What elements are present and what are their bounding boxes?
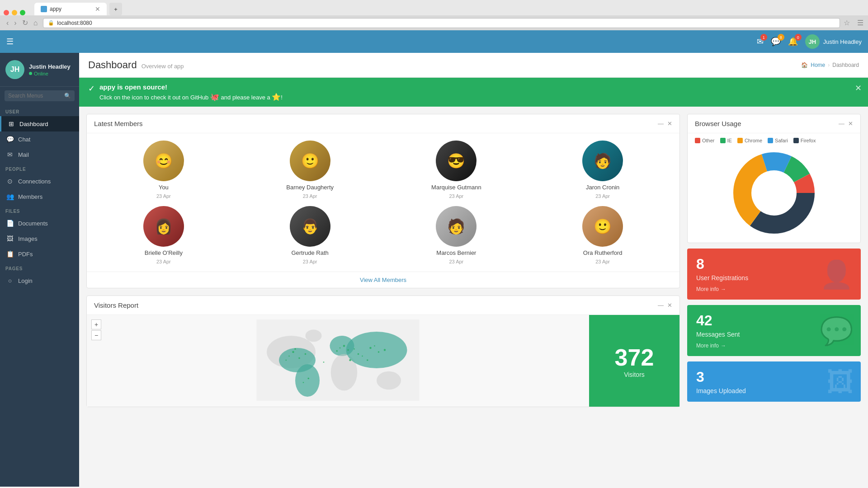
traffic-light-red[interactable] <box>4 10 9 15</box>
member-name: Ora Rutherford <box>583 249 623 256</box>
sidebar-item-dashboard[interactable]: ⊞ Dashboard <box>0 116 79 131</box>
svg-point-8 <box>377 371 401 390</box>
svg-point-30 <box>285 360 287 361</box>
svg-point-17 <box>378 351 380 353</box>
browser-tab[interactable]: appy ✕ <box>34 3 107 15</box>
zoom-in-button[interactable]: + <box>91 319 101 329</box>
search-input[interactable] <box>8 93 64 99</box>
hamburger-button[interactable]: ☰ <box>6 37 14 47</box>
mail-button[interactable]: ✉ 1 <box>757 37 764 47</box>
legend-dot-chrome <box>737 138 743 143</box>
page-title: Dashboard <box>88 59 137 71</box>
minimize-icon[interactable]: — <box>658 120 664 127</box>
legend-item-ie: IE <box>720 138 732 143</box>
member-avatar: 🙂 <box>290 141 330 181</box>
close-icon[interactable]: ✕ <box>848 120 853 127</box>
sidebar-item-pdfs[interactable]: 📋 PDFs <box>0 246 79 262</box>
legend-item-firefox: Firefox <box>793 138 816 143</box>
visitors-count: 372 <box>615 344 654 371</box>
view-all-members[interactable]: View All Members <box>87 272 679 288</box>
sidebar: JH Justin Headley Online 🔍 USER <box>0 53 79 487</box>
member-item[interactable]: 👩 Brielle O'Reilly 23 Apr <box>94 206 233 264</box>
main-layout: JH Justin Headley Online 🔍 USER <box>0 53 868 487</box>
alert-body: Click on the icon to check it out on Git… <box>99 93 283 101</box>
close-icon[interactable]: ✕ <box>667 120 672 127</box>
svg-point-20 <box>358 353 359 355</box>
notif-badge: 0 <box>795 34 802 41</box>
member-item[interactable]: 😊 You 23 Apr <box>94 141 233 199</box>
home-button[interactable]: ⌂ <box>32 18 40 28</box>
sidebar-item-members[interactable]: 👥 Members <box>0 189 79 204</box>
back-button[interactable]: ‹ <box>5 18 10 28</box>
sidebar-item-chat[interactable]: 💬 Chat <box>0 131 79 147</box>
refresh-button[interactable]: ↻ <box>20 18 30 28</box>
address-lock-icon: 🔒 <box>48 20 54 26</box>
traffic-light-green[interactable] <box>20 10 25 15</box>
sidebar-section-user: USER <box>0 105 79 116</box>
browser-legend: Other IE Chrome <box>688 133 860 143</box>
page-subtitle: Overview of app <box>142 63 184 70</box>
breadcrumb-home-link[interactable]: Home <box>811 62 825 68</box>
breadcrumb: 🏠 Home › Dashboard <box>801 62 859 68</box>
member-item[interactable]: 🧑 Marcos Bernier 23 Apr <box>387 206 526 264</box>
sidebar-item-connections[interactable]: ⊙ Connections <box>0 174 79 189</box>
latest-members-header: Latest Members — ✕ <box>87 114 679 133</box>
new-tab-button[interactable]: + <box>109 3 122 15</box>
member-item[interactable]: 👨 Gertrude Rath 23 Apr <box>241 206 380 264</box>
minimize-icon[interactable]: — <box>658 302 664 309</box>
member-date: 23 Apr <box>156 193 171 199</box>
chat-icon: 💬 <box>6 136 14 143</box>
members-icon: 👥 <box>6 193 14 200</box>
alert-check-icon: ✓ <box>88 84 95 94</box>
sidebar-item-login[interactable]: ○ Login <box>0 273 79 288</box>
stat-icon-images: 🖼 <box>826 366 854 397</box>
member-name: Marcos Bernier <box>436 249 476 256</box>
visitors-report-title: Visitors Report <box>94 301 138 309</box>
stat-card-registrations[interactable]: 8 User Registrations More info → 👤 <box>687 249 861 300</box>
notifications-button[interactable]: 🔔 0 <box>788 37 798 47</box>
svg-point-10 <box>298 357 300 359</box>
svg-point-7 <box>346 332 407 368</box>
traffic-light-yellow[interactable] <box>12 10 17 15</box>
member-item[interactable]: 🧑 Jaron Cronin 23 Apr <box>533 141 672 199</box>
view-all-link[interactable]: View All Members <box>360 277 406 283</box>
legend-dot-other <box>695 138 700 143</box>
breadcrumb-current: Dashboard <box>832 62 859 68</box>
member-name: Barney Daugherty <box>286 184 334 191</box>
user-menu[interactable]: JH Justin Headley <box>805 34 862 49</box>
forward-button[interactable]: › <box>12 18 18 28</box>
member-avatar: 👩 <box>143 206 184 247</box>
alert-content: appy is open source! Click on the icon t… <box>99 83 283 101</box>
tab-favicon <box>41 6 47 12</box>
sidebar-item-mail[interactable]: ✉ Mail <box>0 147 79 162</box>
user-name: Justin Headley <box>823 38 862 45</box>
member-date: 23 Apr <box>303 193 317 199</box>
documents-icon: 📄 <box>6 220 14 227</box>
chat-button[interactable]: 💬 8 <box>771 37 781 47</box>
svg-point-12 <box>305 353 307 355</box>
sidebar-item-documents[interactable]: 📄 Documents <box>0 216 79 231</box>
bookmark-icon[interactable]: ☆ <box>844 19 850 27</box>
online-dot <box>29 72 32 75</box>
top-nav: ☰ ✉ 1 💬 8 🔔 0 JH Justin Headley <box>0 30 868 53</box>
minimize-icon[interactable]: — <box>839 120 844 127</box>
stat-card-images[interactable]: 3 Images Uploaded 🖼 <box>687 361 861 402</box>
visitors-stat: 372 Visitors <box>589 315 679 407</box>
sidebar-profile-name: Justin Headley <box>29 63 71 70</box>
member-item[interactable]: 🙂 Ora Rutherford 23 Apr <box>533 206 672 264</box>
member-item[interactable]: 🙂 Barney Daugherty 23 Apr <box>241 141 380 199</box>
address-bar[interactable]: 🔒 localhost:8080 <box>43 18 840 28</box>
stat-card-messages[interactable]: 42 Messages Sent More info → 💬 <box>687 305 861 356</box>
browser-menu-icon[interactable]: ☰ <box>857 19 863 27</box>
tab-title: appy <box>50 6 61 12</box>
sidebar-item-images[interactable]: 🖼 Images <box>0 231 79 246</box>
member-item[interactable]: 😎 Marquise Gutmann 23 Apr <box>387 141 526 199</box>
close-icon[interactable]: ✕ <box>667 302 672 309</box>
zoom-out-button[interactable]: − <box>91 330 101 340</box>
svg-point-21 <box>354 348 355 350</box>
tab-close-button[interactable]: ✕ <box>95 5 100 13</box>
member-avatar: 🙂 <box>582 206 623 247</box>
visitors-label: Visitors <box>624 371 645 378</box>
member-avatar: 🧑 <box>436 206 476 247</box>
alert-close-button[interactable]: ✕ <box>855 83 862 93</box>
